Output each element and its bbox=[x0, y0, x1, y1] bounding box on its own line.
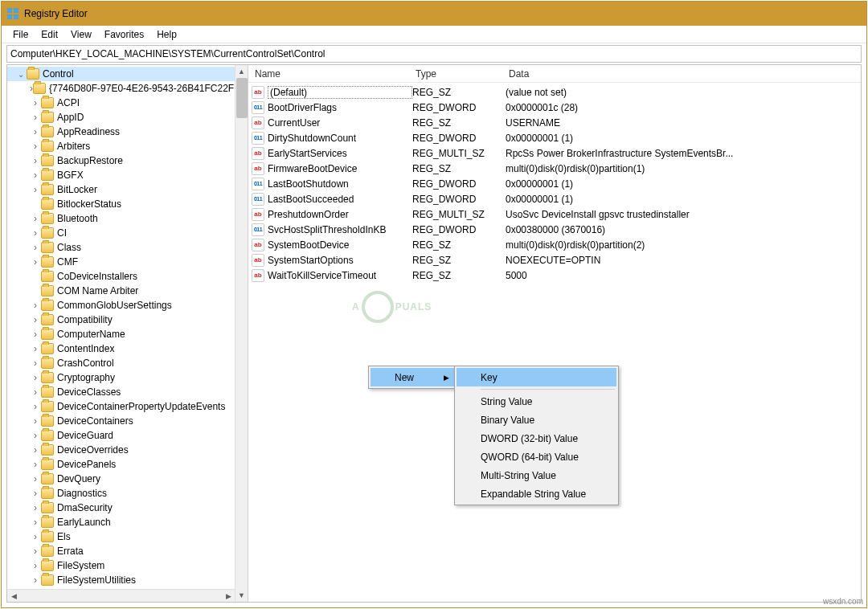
tree-item[interactable]: ContentIndex bbox=[7, 341, 248, 356]
value-row[interactable]: LastBootSucceededREG_DWORD0x00000001 (1) bbox=[248, 191, 861, 206]
submenu-binary[interactable]: Binary Value bbox=[457, 411, 616, 429]
scroll-thumb[interactable] bbox=[236, 78, 248, 118]
tree-item[interactable]: CommonGlobUserSettings bbox=[7, 298, 248, 313]
tree-item[interactable]: Class bbox=[7, 240, 248, 255]
context-new[interactable]: New ▶ bbox=[371, 368, 454, 386]
expand-icon[interactable] bbox=[30, 531, 41, 542]
expand-icon[interactable] bbox=[30, 459, 41, 470]
expand-icon[interactable] bbox=[30, 574, 41, 586]
scroll-down-icon[interactable]: ▼ bbox=[235, 589, 248, 602]
tree-item[interactable]: Cryptography bbox=[7, 370, 248, 385]
tree-item[interactable]: AppReadiness bbox=[7, 125, 248, 139]
tree-item[interactable]: DeviceContainerPropertyUpdateEvents bbox=[7, 399, 248, 414]
submenu-multi[interactable]: Multi-String Value bbox=[457, 466, 616, 484]
tree-item[interactable]: {7746D80F-97E0-4E26-9543-26B41FC22F79} bbox=[7, 81, 248, 96]
value-row[interactable]: EarlyStartServicesREG_MULTI_SZRpcSs Powe… bbox=[248, 145, 861, 161]
submenu-dword[interactable]: DWORD (32-bit) Value bbox=[457, 429, 616, 448]
value-row[interactable]: SystemStartOptionsREG_SZ NOEXECUTE=OPTIN bbox=[248, 252, 861, 268]
submenu-string[interactable]: String Value bbox=[457, 392, 616, 411]
expand-icon[interactable] bbox=[30, 343, 41, 354]
scroll-up-icon[interactable]: ▲ bbox=[235, 65, 248, 78]
value-row[interactable]: SystemBootDeviceREG_SZmulti(0)disk(0)rdi… bbox=[248, 237, 861, 252]
tree-vscroll[interactable]: ▲ ▼ bbox=[235, 65, 248, 602]
expand-icon[interactable] bbox=[30, 227, 41, 239]
expand-icon[interactable] bbox=[30, 444, 41, 456]
tree-item[interactable]: BitLocker bbox=[7, 182, 248, 197]
tree-item[interactable]: DeviceClasses bbox=[7, 385, 248, 399]
tree-item[interactable]: CrashControl bbox=[7, 356, 248, 370]
submenu-qword[interactable]: QWORD (64-bit) Value bbox=[457, 448, 616, 466]
expand-icon[interactable] bbox=[30, 430, 41, 441]
expand-icon[interactable] bbox=[30, 256, 41, 268]
value-row[interactable]: (Default)REG_SZ(value not set) bbox=[248, 84, 861, 100]
tree-item[interactable]: CMF bbox=[7, 255, 248, 269]
expand-icon[interactable] bbox=[30, 300, 41, 311]
tree-item[interactable]: BackupRestore bbox=[7, 153, 248, 168]
expand-icon[interactable] bbox=[30, 155, 41, 166]
tree-item[interactable]: DeviceOverrides bbox=[7, 443, 248, 457]
tree-item[interactable]: DmaSecurity bbox=[7, 501, 248, 515]
tree-item[interactable]: CoDeviceInstallers bbox=[7, 269, 248, 284]
menu-help[interactable]: Help bbox=[150, 27, 183, 42]
tree-item[interactable]: DeviceContainers bbox=[7, 414, 248, 428]
value-row[interactable]: DirtyShutdownCountREG_DWORD0x00000001 (1… bbox=[248, 130, 861, 145]
tree-item[interactable]: FileSystem bbox=[7, 558, 248, 573]
expand-icon[interactable] bbox=[15, 70, 27, 79]
tree-item[interactable]: Els bbox=[7, 529, 248, 544]
tree-item[interactable]: AppID bbox=[7, 110, 248, 125]
submenu-key[interactable]: Key bbox=[457, 368, 616, 386]
tree-item[interactable]: Diagnostics bbox=[7, 486, 248, 501]
menu-favorites[interactable]: Favorites bbox=[98, 27, 150, 42]
tree-item[interactable]: Errata bbox=[7, 544, 248, 558]
col-data[interactable]: Data bbox=[506, 68, 861, 80]
tree-item[interactable]: EarlyLaunch bbox=[7, 515, 248, 529]
value-row[interactable]: SvcHostSplitThresholdInKBREG_DWORD0x0038… bbox=[248, 222, 861, 237]
scroll-left-icon[interactable]: ◀ bbox=[7, 590, 20, 602]
expand-icon[interactable] bbox=[30, 112, 41, 123]
expand-icon[interactable] bbox=[30, 502, 41, 513]
tree-item[interactable]: ComputerName bbox=[7, 327, 248, 341]
tree-item[interactable]: Bluetooth bbox=[7, 211, 248, 226]
menu-view[interactable]: View bbox=[64, 27, 98, 42]
expand-icon[interactable] bbox=[30, 170, 41, 181]
submenu-expand[interactable]: Expandable String Value bbox=[457, 484, 616, 503]
tree-item[interactable]: Compatibility bbox=[7, 313, 248, 327]
menu-edit[interactable]: Edit bbox=[35, 27, 64, 42]
tree-item[interactable]: DevicePanels bbox=[7, 457, 248, 472]
expand-icon[interactable] bbox=[30, 213, 41, 224]
col-name[interactable]: Name bbox=[252, 68, 412, 80]
scroll-right-icon[interactable]: ▶ bbox=[222, 590, 235, 602]
value-row[interactable]: LastBootShutdownREG_DWORD0x00000001 (1) bbox=[248, 176, 861, 191]
tree-item[interactable]: BGFX bbox=[7, 168, 248, 182]
tree-item[interactable]: Arbiters bbox=[7, 139, 248, 153]
expand-icon[interactable] bbox=[30, 358, 41, 369]
expand-icon[interactable] bbox=[30, 560, 41, 571]
expand-icon[interactable] bbox=[30, 415, 41, 427]
expand-icon[interactable] bbox=[30, 126, 41, 137]
expand-icon[interactable] bbox=[30, 401, 41, 412]
tree-hscroll[interactable]: ◀ ▶ bbox=[7, 589, 235, 602]
expand-icon[interactable] bbox=[30, 473, 41, 484]
expand-icon[interactable] bbox=[30, 242, 41, 253]
tree-item[interactable]: COM Name Arbiter bbox=[7, 284, 248, 298]
expand-icon[interactable] bbox=[30, 141, 41, 152]
menu-file[interactable]: File bbox=[6, 27, 35, 42]
address-bar[interactable]: Computer\HKEY_LOCAL_MACHINE\SYSTEM\Curre… bbox=[6, 45, 862, 63]
expand-icon[interactable] bbox=[30, 184, 41, 195]
expand-icon[interactable] bbox=[30, 517, 41, 528]
tree-item[interactable]: ACPI bbox=[7, 96, 248, 110]
value-row[interactable]: CurrentUserREG_SZUSERNAME bbox=[248, 115, 861, 130]
value-row[interactable]: BootDriverFlagsREG_DWORD0x0000001c (28) bbox=[248, 100, 861, 115]
expand-icon[interactable] bbox=[30, 314, 41, 325]
tree-root[interactable]: Control bbox=[7, 67, 248, 81]
tree-item[interactable]: FileSystemUtilities bbox=[7, 573, 248, 587]
col-type[interactable]: Type bbox=[412, 68, 506, 80]
value-row[interactable]: FirmwareBootDeviceREG_SZmulti(0)disk(0)r… bbox=[248, 161, 861, 176]
expand-icon[interactable] bbox=[30, 386, 41, 398]
expand-icon[interactable] bbox=[30, 488, 41, 499]
value-row[interactable]: PreshutdownOrderREG_MULTI_SZUsoSvc Devic… bbox=[248, 206, 861, 222]
tree-item[interactable]: BitlockerStatus bbox=[7, 197, 248, 211]
expand-icon[interactable] bbox=[30, 97, 41, 108]
tree-item[interactable]: DevQuery bbox=[7, 472, 248, 486]
tree-item[interactable]: DeviceGuard bbox=[7, 428, 248, 443]
